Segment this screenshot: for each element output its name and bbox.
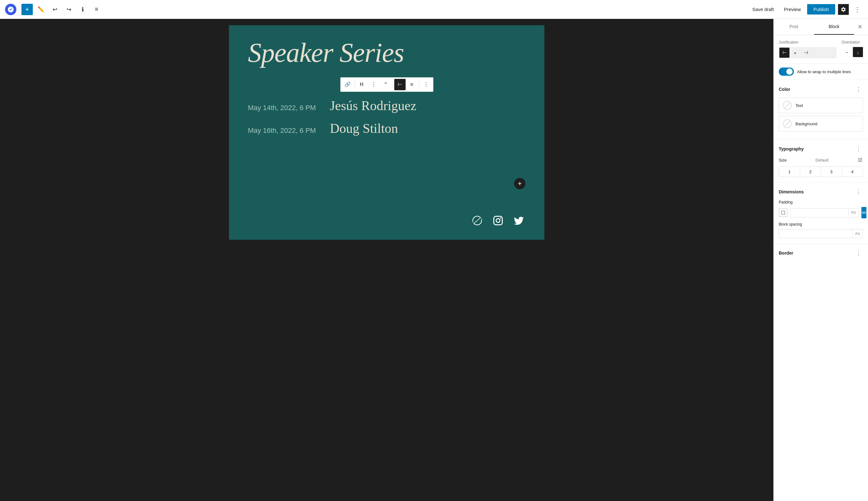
size-label: Size bbox=[779, 158, 786, 162]
padding-box-icon bbox=[779, 208, 788, 217]
padding-label: Padding bbox=[779, 200, 863, 204]
instagram-social-icon[interactable] bbox=[491, 214, 504, 227]
text-color-label: Text bbox=[795, 103, 803, 108]
color-section-header: Color ⋮ bbox=[779, 85, 863, 94]
preview-button[interactable]: Preview bbox=[780, 5, 804, 14]
toolbar-up-down[interactable]: ⌃ bbox=[380, 79, 391, 90]
block-toolbar: 🔗 H ⋮ ⌃ ⊢ ≡ ⋮ bbox=[340, 77, 433, 92]
padding-row: PX bbox=[779, 207, 863, 218]
toolbar-divider-2 bbox=[393, 81, 393, 88]
wordpress-social-icon[interactable] bbox=[470, 214, 484, 227]
save-draft-button[interactable]: Save draft bbox=[748, 5, 778, 14]
color-section-title: Color bbox=[779, 87, 790, 92]
toolbar-align-left[interactable]: ⊢ bbox=[394, 79, 405, 90]
speaker-name-2: Doug Stilton bbox=[330, 121, 398, 136]
add-block-toolbar-button[interactable]: + bbox=[21, 4, 33, 15]
undo-button[interactable]: ↩ bbox=[49, 4, 61, 15]
border-section: Border ⋮ bbox=[774, 244, 868, 266]
tab-post[interactable]: Post bbox=[774, 19, 814, 35]
size-slider-button[interactable] bbox=[857, 157, 863, 163]
justification-label: Justification bbox=[779, 40, 836, 44]
padding-input[interactable] bbox=[790, 209, 848, 217]
settings-button[interactable] bbox=[838, 4, 849, 15]
typography-section: Typography ⋮ Size Default 1 2 3 4 bbox=[774, 139, 868, 182]
orientation-label: Orientation bbox=[842, 40, 863, 44]
sidebar: Post Block ✕ Justification ⊢ + ⊣ bbox=[773, 19, 868, 501]
wrap-toggle-row: Allow to wrap to multiple lines bbox=[774, 64, 868, 80]
dimensions-section-title: Dimensions bbox=[779, 189, 804, 194]
justification-group: Justification ⊢ + ⊣ bbox=[779, 40, 836, 58]
text-color-swatch bbox=[783, 101, 792, 110]
background-color-label: Background bbox=[795, 121, 817, 126]
size-row: Size Default bbox=[779, 157, 863, 163]
list-view-button[interactable]: ≡ bbox=[91, 4, 102, 15]
border-section-title: Border bbox=[779, 250, 793, 256]
justify-left-button[interactable]: ⊢ bbox=[779, 47, 790, 58]
toolbar-list-style[interactable]: ⋮ bbox=[368, 79, 379, 90]
padding-link-button[interactable] bbox=[861, 207, 866, 218]
toolbar-icon-link[interactable]: 🔗 bbox=[342, 79, 353, 90]
topbar: + ✏️ ↩ ↪ ℹ ≡ Save draft Preview Publish … bbox=[0, 0, 868, 19]
text-color-option[interactable]: Text bbox=[779, 97, 863, 113]
tab-block[interactable]: Block bbox=[814, 19, 855, 35]
toolbar-align-center[interactable]: ≡ bbox=[406, 79, 417, 90]
canvas-area: Speaker Series 🔗 H ⋮ ⌃ ⊢ ≡ ⋮ May 14th, 2… bbox=[0, 19, 773, 501]
size-btn-2[interactable]: 2 bbox=[800, 167, 821, 177]
justification-buttons: ⊢ + ⊣ bbox=[779, 47, 836, 58]
background-color-option[interactable]: Background bbox=[779, 116, 863, 131]
padding-input-wrap: PX bbox=[790, 208, 859, 217]
tools-button[interactable]: ✏️ bbox=[35, 4, 47, 15]
speaker-date-1: May 14th, 2022, 6 PM bbox=[248, 104, 317, 112]
block-spacing-row: PX bbox=[779, 229, 863, 238]
border-section-header: Border ⋮ bbox=[779, 248, 863, 257]
justification-orientation-section: Justification ⊢ + ⊣ Orientation → ↓ bbox=[774, 35, 868, 64]
dimensions-section-more-button[interactable]: ⋮ bbox=[854, 188, 863, 196]
wp-logo[interactable] bbox=[5, 4, 17, 15]
dimensions-section: Dimensions ⋮ Padding PX Bloc bbox=[774, 182, 868, 244]
justify-center-button[interactable]: + bbox=[790, 47, 800, 58]
speaker-row-1: May 14th, 2022, 6 PM Jesús Rodriguez bbox=[248, 98, 525, 113]
background-color-swatch bbox=[783, 119, 792, 128]
social-icons bbox=[470, 214, 525, 227]
spacing-input-wrap: PX bbox=[779, 229, 863, 238]
more-options-button[interactable]: ⋮ bbox=[851, 4, 863, 15]
main-layout: Speaker Series 🔗 H ⋮ ⌃ ⊢ ≡ ⋮ May 14th, 2… bbox=[0, 19, 868, 501]
toolbar-divider-3 bbox=[419, 81, 419, 88]
size-buttons: 1 2 3 4 bbox=[779, 167, 863, 177]
redo-button[interactable]: ↪ bbox=[63, 4, 74, 15]
details-button[interactable]: ℹ bbox=[77, 4, 88, 15]
padding-unit: PX bbox=[848, 209, 858, 216]
color-section-more-button[interactable]: ⋮ bbox=[854, 85, 863, 94]
size-btn-3[interactable]: 3 bbox=[821, 167, 842, 177]
orient-vertical-button[interactable]: ↓ bbox=[853, 47, 863, 57]
orient-horizontal-button[interactable]: → bbox=[842, 47, 851, 57]
toolbar-divider-1 bbox=[355, 81, 355, 88]
justify-right-button[interactable]: ⊣ bbox=[801, 47, 811, 58]
sidebar-body: Justification ⊢ + ⊣ Orientation → ↓ bbox=[774, 35, 868, 501]
speaker-series-title: Speaker Series bbox=[248, 38, 525, 68]
block-spacing-label: Block spacing bbox=[779, 222, 863, 226]
sidebar-close-button[interactable]: ✕ bbox=[854, 21, 866, 32]
wrap-toggle[interactable] bbox=[779, 67, 794, 76]
sidebar-header: Post Block ✕ bbox=[774, 19, 868, 35]
publish-button[interactable]: Publish bbox=[807, 4, 835, 14]
color-section: Color ⋮ Text Background bbox=[774, 80, 868, 139]
twitter-social-icon[interactable] bbox=[512, 214, 525, 227]
size-default-label: Default bbox=[816, 158, 828, 162]
size-btn-4[interactable]: 4 bbox=[842, 167, 863, 177]
orientation-group: Orientation → ↓ bbox=[842, 40, 863, 57]
size-btn-1[interactable]: 1 bbox=[779, 167, 800, 177]
typography-section-more-button[interactable]: ⋮ bbox=[854, 145, 863, 153]
dimensions-section-header: Dimensions ⋮ bbox=[779, 188, 863, 196]
canvas-block[interactable]: Speaker Series 🔗 H ⋮ ⌃ ⊢ ≡ ⋮ May 14th, 2… bbox=[229, 25, 544, 240]
typography-section-title: Typography bbox=[779, 146, 804, 151]
add-block-inline-button[interactable]: + bbox=[514, 178, 525, 189]
border-section-more-button[interactable]: ⋮ bbox=[854, 248, 863, 257]
speaker-row-2: May 16th, 2022, 6 PM Doug Stilton bbox=[248, 121, 525, 136]
typography-section-header: Typography ⋮ bbox=[779, 145, 863, 153]
spacing-unit: PX bbox=[853, 230, 862, 237]
speaker-date-2: May 16th, 2022, 6 PM bbox=[248, 127, 317, 135]
toolbar-more-options[interactable]: ⋮ bbox=[421, 79, 432, 90]
toolbar-heading-level[interactable]: H bbox=[356, 79, 367, 90]
spacing-input[interactable] bbox=[779, 230, 853, 238]
